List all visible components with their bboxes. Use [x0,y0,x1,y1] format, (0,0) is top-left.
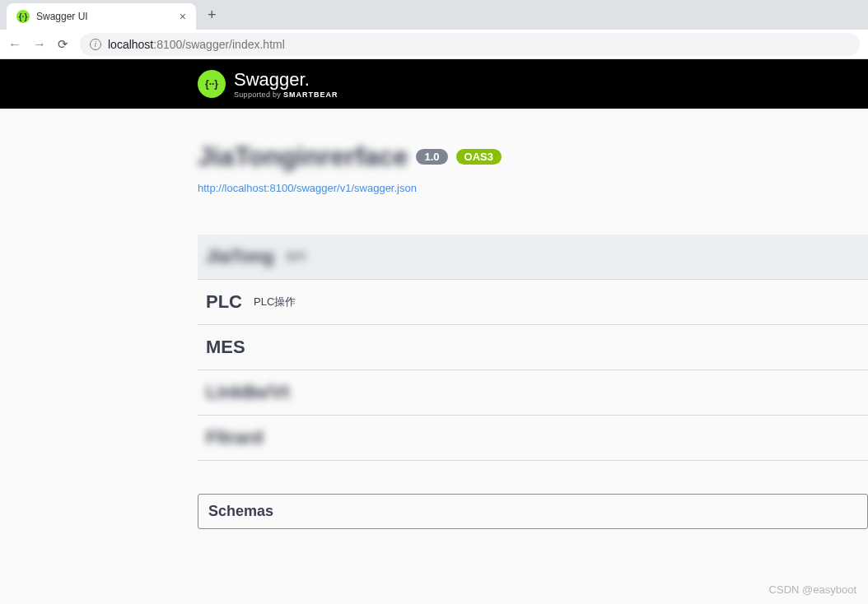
reload-button[interactable]: ⟳ [58,37,68,52]
address-bar[interactable]: i localhost:8100/swagger/index.html [80,33,860,56]
tab-title: Swagger UI [36,11,173,22]
swagger-favicon-icon: {·} [16,10,30,23]
tag-name: Fltrard [206,427,264,448]
site-info-icon[interactable]: i [90,39,101,50]
api-title: JiaTonginrerface [198,142,408,172]
tag-row[interactable]: JiaTong操作 [198,235,868,280]
swagger-brand: Swagger. Supported by SMARTBEAR [234,69,338,99]
close-tab-icon[interactable]: × [180,10,186,23]
tag-row[interactable]: LinkBe/Vt [198,370,868,416]
schemas-section[interactable]: Schemas [198,494,868,529]
tab-bar: {·} Swagger UI × + [0,0,868,30]
tags-section: JiaTong操作PLCPLC操作MESLinkBe/VtFltrard [198,235,868,461]
new-tab-button[interactable]: + [196,7,228,24]
address-bar-row: ← → ⟳ i localhost:8100/swagger/index.htm… [0,30,868,59]
tag-name: LinkBe/Vt [206,382,289,403]
tag-row[interactable]: PLCPLC操作 [198,280,868,325]
browser-chrome: {·} Swagger UI × + ← → ⟳ i localhost:810… [0,0,868,59]
schemas-title: Schemas [208,503,273,519]
back-button[interactable]: ← [8,37,21,52]
svg-text:{··}: {··} [205,78,218,90]
tag-name: MES [206,337,245,358]
tag-description: PLC操作 [254,295,296,309]
tag-row[interactable]: MES [198,325,868,370]
brand-subtitle: Supported by SMARTBEAR [234,91,338,99]
tag-row[interactable]: Fltrard [198,416,868,461]
browser-tab[interactable]: {·} Swagger UI × [7,3,196,30]
swagger-content: JiaTonginrerface 1.0 OAS3 http://localho… [0,109,868,529]
tag-description: 操作 [286,249,307,264]
forward-button[interactable]: → [33,37,46,52]
version-badge: 1.0 [416,149,447,165]
brand-name: Swagger [234,69,305,90]
tag-name: JiaTong [206,246,274,267]
swagger-topbar: {··} Swagger. Supported by SMARTBEAR [0,59,868,109]
api-title-row: JiaTonginrerface 1.0 OAS3 [198,142,868,172]
watermark: CSDN @easyboot [769,583,856,596]
address-url: localhost:8100/swagger/index.html [108,38,285,51]
oas-badge: OAS3 [456,149,502,165]
spec-url-link[interactable]: http://localhost:8100/swagger/v1/swagger… [198,182,417,194]
tag-name: PLC [206,291,242,313]
swagger-logo-icon: {··} [198,70,226,98]
